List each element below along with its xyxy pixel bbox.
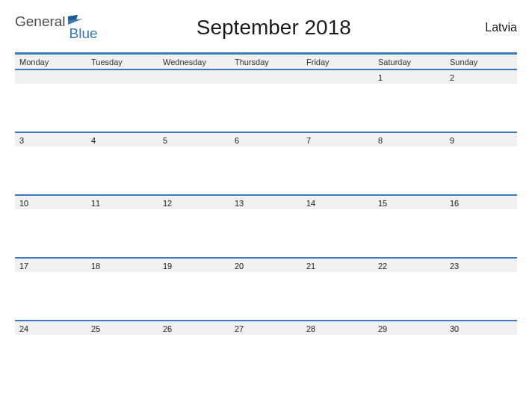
brand-word-2: Blue: [69, 25, 98, 42]
dow-thu: Thursday: [230, 55, 302, 69]
week-4: 17 18 19 20 21 22 23: [15, 259, 517, 320]
dow-mon: Monday: [15, 55, 87, 69]
day-cell: 24: [15, 321, 87, 335]
dow-wed: Wednesday: [158, 55, 230, 69]
day-cell: 12: [158, 196, 230, 209]
day-cell: 27: [230, 321, 302, 335]
dow-sat: Saturday: [374, 55, 445, 69]
day-cell: [230, 70, 302, 84]
page-title: September 2018: [98, 16, 450, 40]
day-cell: 18: [87, 259, 158, 272]
day-cell: 2: [445, 70, 517, 84]
brand-word-1: General: [15, 13, 66, 30]
day-cell: 22: [374, 259, 445, 272]
day-cell: 15: [374, 196, 445, 209]
day-cell: 13: [230, 196, 302, 209]
day-cell: 29: [374, 321, 445, 335]
region-label: Latvia: [450, 21, 517, 34]
day-cell: [302, 70, 374, 84]
day-cell: 30: [445, 321, 517, 335]
dow-fri: Friday: [302, 55, 374, 69]
day-cell: 11: [87, 196, 158, 209]
day-of-week-row: Monday Tuesday Wednesday Thursday Friday…: [15, 55, 517, 70]
day-cell: 23: [445, 259, 517, 272]
day-cell: 16: [445, 196, 517, 209]
day-cell: 4: [87, 133, 158, 146]
dow-tue: Tuesday: [87, 55, 158, 69]
day-cell: 9: [445, 133, 517, 146]
day-cell: 14: [302, 196, 374, 209]
brand-logo: General Blue: [15, 13, 98, 42]
day-cell: 7: [302, 133, 374, 146]
day-cell: [158, 70, 230, 84]
day-cell: 10: [15, 196, 87, 209]
dow-sun: Sunday: [445, 55, 517, 69]
day-cell: 25: [87, 321, 158, 335]
week-1: 1 2: [15, 70, 517, 132]
day-cell: 26: [158, 321, 230, 335]
week-3: 10 11 12 13 14 15 16: [15, 196, 517, 257]
day-cell: 3: [15, 133, 87, 146]
day-cell: 17: [15, 259, 87, 272]
week-5: 24 25 26 27 28 29 30: [15, 321, 517, 383]
day-cell: 28: [302, 321, 374, 335]
day-cell: [15, 70, 87, 84]
day-cell: 21: [302, 259, 374, 272]
day-cell: 8: [374, 133, 445, 146]
day-cell: 5: [158, 133, 230, 146]
week-2: 3 4 5 6 7 8 9: [15, 133, 517, 194]
calendar: Monday Tuesday Wednesday Thursday Friday…: [15, 52, 517, 383]
day-cell: 19: [158, 259, 230, 272]
day-cell: [87, 70, 158, 84]
day-cell: 6: [230, 133, 302, 146]
day-cell: 1: [374, 70, 445, 84]
day-cell: 20: [230, 259, 302, 272]
header: General Blue September 2018 Latvia: [15, 7, 517, 52]
